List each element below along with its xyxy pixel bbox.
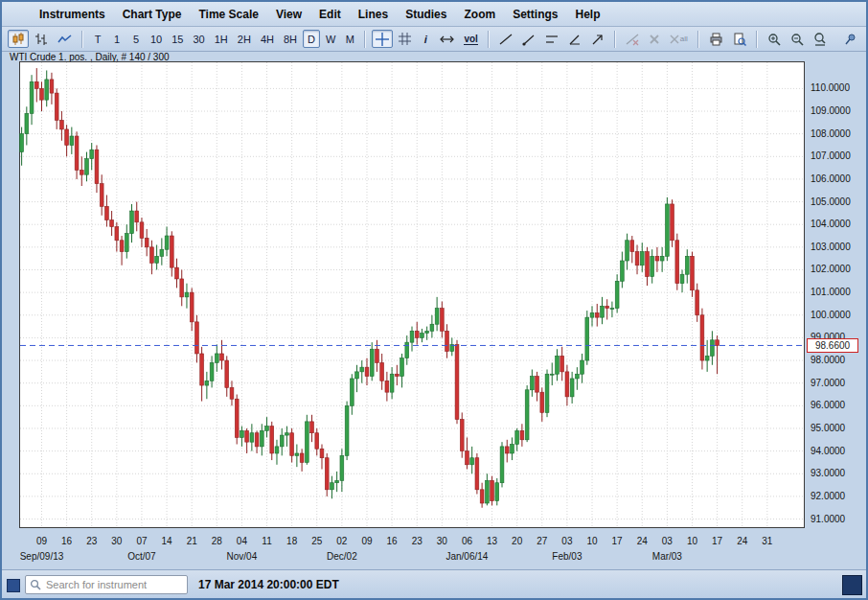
- menu-studies[interactable]: Studies: [397, 5, 455, 24]
- menu-time-scale[interactable]: Time Scale: [190, 5, 266, 24]
- time-axis-month-label: Mar/03: [634, 551, 699, 562]
- time-axis-label: 13: [480, 536, 505, 546]
- price-axis-label: 98.0000: [811, 355, 845, 365]
- toolbar-separator: [756, 31, 758, 48]
- timeframe-1h-button[interactable]: 1H: [211, 30, 232, 48]
- timeframe-15-button[interactable]: 15: [168, 30, 187, 48]
- arrow-tool-icon: [591, 33, 605, 46]
- line-style-icon: [57, 34, 72, 45]
- menu-chart-type[interactable]: Chart Type: [114, 5, 191, 24]
- toolbar-separator: [614, 31, 616, 48]
- delete-selected-button[interactable]: [645, 30, 664, 48]
- candlestick-style-icon: [11, 33, 25, 46]
- price-axis-label: 109.0000: [811, 105, 851, 116]
- price-axis-label: 95.0000: [811, 423, 845, 433]
- price-axis: 110.0000109.0000108.0000107.0000106.0000…: [809, 52, 866, 569]
- timeframe-5-button[interactable]: 5: [127, 30, 145, 48]
- delete-all-button[interactable]: all: [666, 30, 692, 48]
- time-axis-month-label: Jan/06/14: [434, 551, 499, 562]
- menu-settings[interactable]: Settings: [504, 5, 566, 24]
- scroll-horizontal-button[interactable]: [436, 30, 458, 48]
- pin-icon: [844, 33, 857, 45]
- time-axis-label: 11: [255, 536, 280, 546]
- zoom-in-icon: [767, 33, 781, 46]
- trendline-icon: [499, 33, 513, 46]
- price-axis-label: 100.0000: [811, 310, 851, 320]
- zoom-in-button[interactable]: [764, 30, 785, 48]
- price-axis-label: 96.0000: [811, 400, 845, 410]
- ohlc-bar-style-button[interactable]: [31, 30, 52, 48]
- angle-line-tool-button[interactable]: [564, 30, 585, 48]
- volume-toggle-button[interactable]: vol: [460, 30, 481, 48]
- candlestick-style-button[interactable]: [8, 30, 29, 48]
- tick-timeframe-button[interactable]: T: [89, 30, 106, 48]
- menu-view[interactable]: View: [267, 5, 310, 24]
- crosshair-button[interactable]: [372, 30, 393, 48]
- grid-toggle-button[interactable]: [395, 30, 415, 48]
- zoom-reset-button[interactable]: [810, 30, 831, 48]
- print-button[interactable]: [705, 30, 727, 48]
- timeframe-30-button[interactable]: 30: [190, 30, 209, 48]
- price-axis-label: 107.0000: [811, 150, 851, 161]
- price-axis-label: 97.0000: [811, 378, 845, 388]
- last-price-badge: 98.6600: [807, 338, 858, 353]
- time-axis-label: 27: [530, 536, 555, 546]
- instrument-search-box[interactable]: [25, 575, 188, 594]
- timeframe-10-button[interactable]: 10: [147, 30, 166, 48]
- time-axis-label: 23: [80, 536, 104, 546]
- line-style-button[interactable]: [54, 30, 76, 48]
- timeframe-8h-button[interactable]: 8H: [280, 30, 301, 48]
- price-axis-label: 101.0000: [811, 287, 851, 297]
- statusbar-left-badge: [7, 579, 20, 592]
- search-input[interactable]: [44, 578, 187, 591]
- price-axis-label: 106.0000: [811, 173, 851, 184]
- time-axis-label: 07: [129, 536, 154, 546]
- timeframe-m-button[interactable]: M: [341, 30, 358, 48]
- menu-help[interactable]: Help: [566, 5, 608, 24]
- candlestick-chart[interactable]: [19, 61, 805, 528]
- time-axis-label: 16: [379, 536, 404, 546]
- time-axis-label: 02: [330, 536, 354, 546]
- timeframe-w-button[interactable]: W: [322, 30, 339, 48]
- timeframe-2h-button[interactable]: 2H: [234, 30, 255, 48]
- pin-toolbar-button[interactable]: [840, 30, 860, 48]
- menu-lines[interactable]: Lines: [350, 5, 397, 24]
- time-axis-label: 25: [305, 536, 330, 546]
- time-axis-label: 30: [429, 536, 454, 546]
- toolbar-separator: [81, 31, 83, 48]
- toolbar-separator: [697, 31, 699, 48]
- menu-zoom[interactable]: Zoom: [455, 5, 504, 24]
- close-x-icon: [649, 34, 660, 45]
- price-axis-label: 104.0000: [811, 219, 851, 229]
- grid-icon: [399, 33, 411, 45]
- menu-edit[interactable]: Edit: [310, 5, 350, 24]
- horizontal-line-tool-button[interactable]: [541, 30, 562, 48]
- crosshair-icon: [376, 33, 389, 46]
- time-axis-label: 30: [104, 536, 129, 546]
- trendline-tool-button[interactable]: [495, 30, 516, 48]
- time-axis-label: 17: [605, 536, 629, 546]
- timeframe-d-button[interactable]: D: [303, 30, 320, 48]
- arrow-tool-button[interactable]: [587, 30, 608, 48]
- ray-tool-button[interactable]: [518, 30, 539, 48]
- time-axis-month-label: Nov/04: [209, 551, 274, 562]
- time-axis-label: 10: [679, 536, 704, 546]
- timeframe-1-button[interactable]: 1: [108, 30, 126, 48]
- delete-all-icon: [670, 35, 679, 44]
- menu-instruments[interactable]: Instruments: [31, 5, 114, 24]
- print-icon: [709, 33, 723, 46]
- price-axis-label: 102.0000: [811, 264, 851, 274]
- zoom-out-button[interactable]: [787, 30, 808, 48]
- info-button[interactable]: i: [417, 30, 434, 48]
- angle-line-icon: [568, 33, 582, 46]
- statusbar-right-badge: [842, 575, 862, 595]
- delete-line-button[interactable]: [622, 30, 643, 48]
- timeframe-4h-button[interactable]: 4H: [257, 30, 278, 48]
- print-preview-icon: [733, 33, 746, 46]
- arrows-horizontal-icon: [440, 35, 454, 44]
- print-preview-button[interactable]: [729, 30, 750, 48]
- price-axis-label: 103.0000: [811, 242, 851, 252]
- time-axis-label: 31: [755, 536, 780, 546]
- toolbar-separator: [488, 31, 490, 48]
- extended-line-icon: [545, 33, 559, 46]
